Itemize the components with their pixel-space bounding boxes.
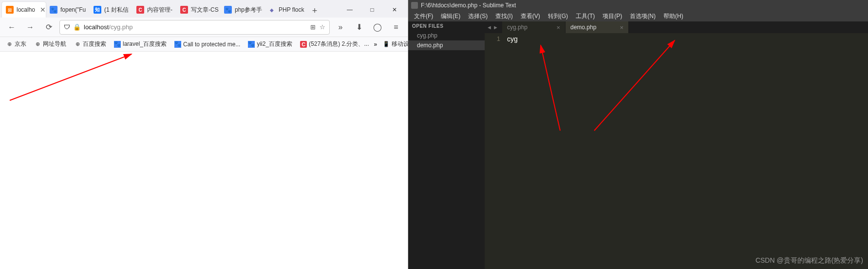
code-content[interactable]: cyg — [504, 33, 868, 269]
new-tab-button[interactable]: + — [308, 4, 321, 18]
bookmark-527msg[interactable]: C(527条消息) 2.分类、... — [297, 38, 372, 50]
shield-icon[interactable]: 🛡 — [64, 23, 70, 31]
paw-icon: 🐾 — [174, 41, 181, 48]
overflow-button[interactable]: » — [333, 19, 348, 35]
sidebar: OPEN FILES cyg.php demo.php — [408, 21, 485, 269]
globe-icon: ⊕ — [6, 41, 13, 48]
editor-tab-demo[interactable]: demo.php × — [566, 21, 629, 33]
paw-icon: 🐾 — [224, 6, 232, 14]
line-gutter: 1 — [485, 33, 504, 269]
menu-file[interactable]: 文件(F) — [410, 11, 437, 21]
back-button[interactable]: ← — [4, 19, 19, 35]
editor-main: ◄ ► cyg.php × demo.php × 1 cyg — [485, 21, 868, 269]
minimize-button[interactable]: — — [339, 2, 361, 18]
sidebar-file-cyg[interactable]: cyg.php — [408, 31, 485, 40]
tab-php-flock[interactable]: ◆ PHP flock — [264, 2, 308, 18]
tab-write-article[interactable]: C 写文章-CS — [176, 2, 220, 18]
bookmark-overflow[interactable]: » — [374, 41, 377, 48]
bookmark-jd[interactable]: ⊕京东 — [3, 38, 29, 50]
tab-label: 写文章-CS — [191, 6, 219, 14]
bookmark-nav[interactable]: ⊕网址导航 — [31, 38, 69, 50]
download-icon[interactable]: ⬇ — [351, 19, 367, 35]
csdn-icon: C — [136, 6, 144, 14]
bookmark-baidu[interactable]: ⊕百度搜索 — [71, 38, 109, 50]
zhihu-icon: 知 — [94, 6, 101, 14]
chevron-left-icon[interactable]: ◄ — [487, 24, 492, 30]
menu-project[interactable]: 项目(P) — [599, 11, 626, 21]
editor-tabs: ◄ ► cyg.php × demo.php × — [485, 21, 868, 33]
menu-help[interactable]: 帮助(H) — [660, 11, 687, 21]
close-button[interactable]: ✕ — [383, 2, 406, 18]
red-arrow-annotation — [5, 52, 146, 105]
sidebar-heading: OPEN FILES — [408, 21, 485, 31]
tab-zhihu[interactable]: 知 (1 封私信 — [90, 2, 132, 18]
tab-label: PHP flock — [279, 6, 304, 13]
paw-icon: 🐾 — [114, 41, 121, 48]
firefox-browser: ⊠ localho ✕ 🐾 fopen("Fu 知 (1 封私信 C 内容管理-… — [0, 0, 408, 269]
menu-find[interactable]: 查找(I) — [491, 11, 516, 21]
globe-icon: ⊕ — [34, 41, 41, 48]
close-icon[interactable]: × — [556, 24, 560, 31]
bookmark-laravel[interactable]: 🐾laravel_百度搜索 — [111, 38, 170, 50]
tab-php-ref[interactable]: 🐾 php参考手 — [220, 2, 264, 18]
mobile-icon: 📱 — [383, 41, 390, 48]
bookmark-yii2[interactable]: 🐾yii2_百度搜索 — [245, 38, 295, 50]
tab-content-manage[interactable]: C 内容管理- — [132, 2, 176, 18]
tab-nav[interactable]: ◄ ► — [485, 24, 502, 30]
address-bar: ← → ⟳ 🛡 🔒 localhost/cyg.php ⊞ ☆ » ⬇ ◯ ≡ — [0, 18, 408, 37]
svg-line-0 — [10, 54, 132, 100]
bookmark-star-icon[interactable]: ☆ — [320, 23, 325, 31]
csdn-icon: C — [300, 41, 307, 48]
title-bar[interactable]: F:\6\htdocs\demo.php - Sublime Text — [408, 0, 868, 11]
url-input[interactable]: 🛡 🔒 localhost/cyg.php ⊞ ☆ — [59, 20, 330, 35]
xampp-icon: ⊠ — [6, 6, 14, 14]
menu-button[interactable]: ≡ — [388, 19, 404, 35]
tab-strip: ⊠ localho ✕ 🐾 fopen("Fu 知 (1 封私信 C 内容管理-… — [0, 0, 408, 18]
sublime-text-editor: F:\6\htdocs\demo.php - Sublime Text 文件(F… — [408, 0, 868, 269]
app-icon — [411, 2, 418, 9]
code-editor[interactable]: 1 cyg — [485, 33, 868, 269]
lock-icon[interactable]: 🔒 — [73, 23, 81, 31]
close-icon[interactable]: × — [620, 24, 623, 31]
forward-button[interactable]: → — [22, 19, 38, 35]
bookmark-bar: ⊕京东 ⊕网址导航 ⊕百度搜索 🐾laravel_百度搜索 🐾Call to p… — [0, 37, 408, 52]
bookmark-call-protected[interactable]: 🐾Call to protected me... — [171, 39, 243, 49]
tab-label: fopen("Fu — [60, 6, 86, 13]
page-content — [0, 52, 408, 269]
qr-icon[interactable]: ⊞ — [310, 23, 316, 31]
tab-label: (1 封私信 — [104, 6, 129, 14]
editor-body: OPEN FILES cyg.php demo.php ◄ ► cyg.php … — [408, 21, 868, 269]
menu-preferences[interactable]: 首选项(N) — [626, 11, 660, 21]
tab-label: php参考手 — [235, 6, 262, 14]
reload-button[interactable]: ⟳ — [41, 19, 57, 35]
url-text: localhost/cyg.php — [84, 23, 307, 31]
window-title: F:\6\htdocs\demo.php - Sublime Text — [421, 2, 516, 9]
close-icon[interactable]: ✕ — [40, 6, 46, 14]
line-number: 1 — [485, 35, 500, 42]
sidebar-file-demo[interactable]: demo.php — [408, 40, 485, 50]
php-icon: ◆ — [268, 6, 276, 14]
editor-tab-cyg[interactable]: cyg.php × — [502, 21, 566, 33]
menu-bar: 文件(F) 编辑(E) 选择(S) 查找(I) 查看(V) 转到(G) 工具(T… — [408, 11, 868, 21]
tab-label: 内容管理- — [147, 6, 172, 14]
globe-icon: ⊕ — [74, 41, 81, 48]
menu-view[interactable]: 查看(V) — [517, 11, 544, 21]
tab-fopen[interactable]: 🐾 fopen("Fu — [46, 2, 90, 18]
tab-label: localho — [17, 6, 35, 13]
menu-select[interactable]: 选择(S) — [464, 11, 491, 21]
maximize-button[interactable]: □ — [361, 2, 383, 18]
chevron-right-icon[interactable]: ► — [493, 24, 498, 30]
menu-tools[interactable]: 工具(T) — [572, 11, 599, 21]
code-line: cyg — [507, 35, 868, 43]
tab-localhost[interactable]: ⊠ localho ✕ — [2, 2, 46, 18]
menu-goto[interactable]: 转到(G) — [544, 11, 572, 21]
paw-icon: 🐾 — [248, 41, 255, 48]
csdn-icon: C — [180, 6, 188, 14]
watermark: CSDN @贵哥的编程之路(热爱分享) — [755, 256, 863, 265]
menu-edit[interactable]: 编辑(E) — [437, 11, 464, 21]
paw-icon: 🐾 — [50, 6, 57, 14]
window-controls: — □ ✕ — [339, 2, 406, 18]
account-icon[interactable]: ◯ — [370, 19, 385, 35]
